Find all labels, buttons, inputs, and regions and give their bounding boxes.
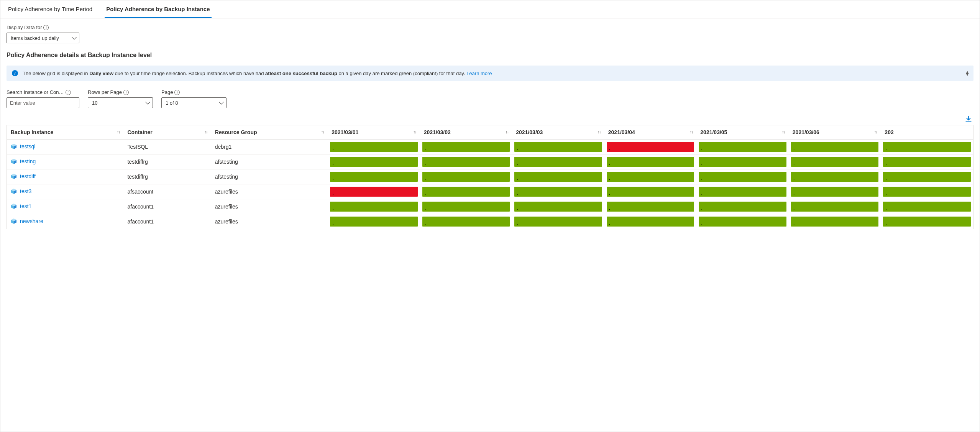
col-resource-group[interactable]: Resource Group ↑↓ bbox=[211, 125, 328, 140]
filter-row: Search Instance or Con… i Rows per Page … bbox=[0, 88, 980, 114]
cell-status: . bbox=[696, 169, 789, 184]
col-container-label: Container bbox=[127, 129, 152, 135]
status-noncompliant: . bbox=[330, 187, 418, 197]
status-compliant: . bbox=[330, 157, 418, 167]
cell-status: . bbox=[789, 154, 881, 169]
tab-time-period[interactable]: Policy Adherence by Time Period bbox=[7, 0, 94, 18]
cell-backup-instance: test1 bbox=[7, 199, 123, 214]
cell-status: . bbox=[328, 140, 420, 154]
page-label: Page i bbox=[161, 89, 227, 95]
backup-instance-link[interactable]: testing bbox=[11, 158, 36, 164]
col-date[interactable]: 2021/03/03↑↓ bbox=[512, 125, 604, 140]
cell-status: . bbox=[512, 199, 604, 214]
cube-icon bbox=[11, 158, 17, 164]
info-icon: i bbox=[12, 70, 18, 76]
cell-status: . bbox=[696, 140, 789, 154]
col-container[interactable]: Container ↑↓ bbox=[123, 125, 211, 140]
col-backup-instance[interactable]: Backup Instance ↑↓ bbox=[7, 125, 123, 140]
table-body: testsqlTestSQLdebrg1....... testingtestd… bbox=[7, 140, 973, 229]
sort-arrows-icon: ↑↓ bbox=[413, 129, 416, 135]
search-label: Search Instance or Con… i bbox=[7, 89, 79, 95]
display-data-section: Display Data for i Items backed up daily bbox=[0, 18, 980, 46]
cell-container: afaccount1 bbox=[123, 214, 211, 229]
status-compliant: . bbox=[422, 172, 510, 182]
learn-more-link[interactable]: Learn more bbox=[466, 71, 492, 76]
backup-instance-link[interactable]: newshare bbox=[11, 218, 43, 224]
status-compliant: . bbox=[330, 142, 418, 152]
info-icon[interactable]: i bbox=[66, 90, 71, 95]
backup-instance-name: newshare bbox=[20, 218, 43, 224]
sort-arrows-icon: ↑↓ bbox=[782, 129, 785, 135]
cell-container: TestSQL bbox=[123, 140, 211, 154]
cell-status: . bbox=[420, 214, 512, 229]
info-banner: i The below grid is displayed in Daily v… bbox=[7, 66, 973, 81]
sort-arrows-icon: ↑↓ bbox=[204, 129, 207, 135]
status-compliant: . bbox=[514, 202, 602, 212]
search-filter: Search Instance or Con… i bbox=[7, 89, 79, 108]
backup-instance-link[interactable]: testdiff bbox=[11, 173, 36, 179]
col-date[interactable]: 2021/03/01↑↓ bbox=[328, 125, 420, 140]
cell-status: . bbox=[604, 184, 697, 199]
col-date[interactable]: 2021/03/04↑↓ bbox=[604, 125, 697, 140]
status-compliant: . bbox=[791, 217, 879, 227]
status-compliant: . bbox=[422, 142, 510, 152]
status-compliant: . bbox=[883, 157, 971, 167]
rows-value: 10 bbox=[92, 100, 97, 106]
cell-status: . bbox=[420, 154, 512, 169]
results-grid: Backup Instance ↑↓ Container ↑↓ Resource… bbox=[7, 125, 973, 229]
rows-per-page-filter: Rows per Page i 10 bbox=[88, 89, 153, 108]
cube-icon bbox=[11, 203, 17, 209]
status-compliant: . bbox=[607, 217, 694, 227]
status-compliant: . bbox=[422, 217, 510, 227]
cell-status: . bbox=[789, 140, 881, 154]
cell-backup-instance: testsql bbox=[7, 140, 123, 154]
page-dropdown[interactable]: 1 of 8 bbox=[161, 97, 227, 108]
display-data-dropdown[interactable]: Items backed up daily bbox=[7, 33, 79, 43]
info-icon[interactable]: i bbox=[174, 90, 180, 95]
cell-status: . bbox=[881, 199, 973, 214]
col-date[interactable]: 2021/03/06↑↓ bbox=[789, 125, 881, 140]
cell-backup-instance: test3 bbox=[7, 184, 123, 199]
cube-icon bbox=[11, 188, 17, 194]
cell-status: . bbox=[881, 184, 973, 199]
status-compliant: . bbox=[791, 157, 879, 167]
info-icon[interactable]: i bbox=[123, 90, 129, 95]
status-compliant: . bbox=[422, 187, 510, 197]
sort-arrows-icon: ↑↓ bbox=[321, 129, 324, 135]
status-compliant: . bbox=[514, 157, 602, 167]
info-icon[interactable]: i bbox=[43, 25, 49, 30]
cell-status: . bbox=[604, 214, 697, 229]
cell-resource-group: azurefiles bbox=[211, 199, 328, 214]
status-compliant: . bbox=[699, 217, 786, 227]
results-table: Backup Instance ↑↓ Container ↑↓ Resource… bbox=[7, 125, 973, 229]
backup-instance-name: test3 bbox=[20, 188, 31, 194]
backup-instance-link[interactable]: test3 bbox=[11, 188, 31, 194]
backup-instance-name: testsql bbox=[20, 143, 35, 149]
tab-backup-instance[interactable]: Policy Adherence by Backup Instance bbox=[105, 0, 211, 18]
search-label-text: Search Instance or Con… bbox=[7, 89, 64, 95]
cell-status: . bbox=[328, 214, 420, 229]
cell-status: . bbox=[420, 140, 512, 154]
col-date[interactable]: 202 bbox=[881, 125, 973, 140]
cell-status: . bbox=[328, 199, 420, 214]
status-compliant: . bbox=[883, 142, 971, 152]
backup-instance-link[interactable]: test1 bbox=[11, 203, 31, 209]
search-input[interactable] bbox=[7, 97, 79, 108]
cell-status: . bbox=[696, 214, 789, 229]
status-compliant: . bbox=[791, 142, 879, 152]
col-date[interactable]: 2021/03/05↑↓ bbox=[696, 125, 789, 140]
col-date-label: 2021/03/06 bbox=[793, 129, 819, 135]
banner-sort-icon[interactable]: ▲▼ bbox=[965, 71, 970, 76]
sort-arrows-icon: ↑↓ bbox=[505, 129, 508, 135]
download-icon[interactable] bbox=[965, 116, 972, 123]
backup-instance-link[interactable]: testsql bbox=[11, 143, 35, 149]
cell-status: . bbox=[696, 154, 789, 169]
rows-per-page-dropdown[interactable]: 10 bbox=[88, 97, 153, 108]
table-row: test3afsaccountazurefiles....... bbox=[7, 184, 973, 199]
cell-status: . bbox=[696, 184, 789, 199]
col-date[interactable]: 2021/03/02↑↓ bbox=[420, 125, 512, 140]
status-compliant: . bbox=[330, 217, 418, 227]
status-compliant: . bbox=[330, 172, 418, 182]
cell-status: . bbox=[512, 169, 604, 184]
table-row: testingtestdiffrgafstesting....... bbox=[7, 154, 973, 169]
